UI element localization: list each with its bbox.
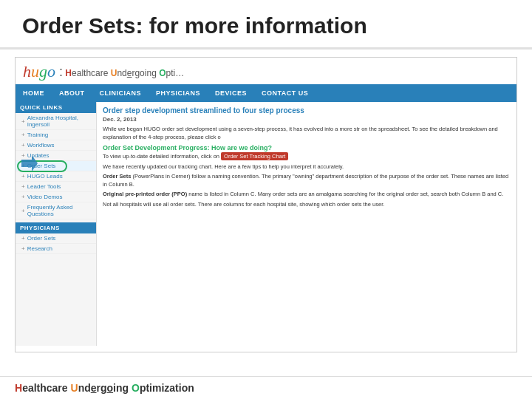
footer-opt-o: O — [132, 382, 140, 394]
sidebar-item-phys-order-sets[interactable]: + Order Sets — [16, 233, 96, 244]
plus-icon: + — [21, 194, 25, 200]
browser-area: hugo : Healthcare Undergoing Opti… HOME … — [15, 57, 517, 352]
slide: Order Sets: for more information hugo : … — [0, 0, 532, 399]
logo-g: g — [39, 62, 47, 81]
nav-devices[interactable]: DEVICES — [208, 87, 254, 99]
plus-icon: + — [21, 183, 25, 190]
content-area: QUICK LINKS + Alexandra Hospital, Ingers… — [16, 102, 516, 346]
plus-icon: + — [21, 173, 25, 180]
quick-links-header: QUICK LINKS — [16, 102, 96, 113]
article-date: Dec. 2, 2013 — [103, 116, 511, 123]
plus-icon: + — [21, 132, 25, 138]
updated-text: We have recently updated our tracking ch… — [103, 163, 511, 171]
title-bar: Order Sets: for more information — [0, 0, 532, 50]
sidebar-label-leader-tools: Leader Tools — [27, 183, 61, 190]
ppo-text: name is listed in Column C. Many order s… — [188, 191, 503, 197]
section-title: Order Set Development Progress: How are … — [103, 144, 511, 151]
sidebar: QUICK LINKS + Alexandra Hospital, Ingers… — [16, 102, 97, 346]
footer-h: H — [15, 382, 22, 394]
logo-o: o — [47, 62, 55, 81]
plus-icon: + — [21, 245, 25, 252]
sidebar-label-video-demos: Video Demos — [27, 194, 63, 200]
plus-icon: + — [21, 208, 25, 214]
order-sets-bold: Order Sets — [103, 173, 131, 180]
sidebar-item-faq[interactable]: + Frequently Asked Questions — [16, 202, 96, 219]
bottom-footer: Healthcare Undergoing Optimization — [0, 376, 532, 399]
arrow-icon — [21, 155, 38, 171]
sidebar-item-alexandra[interactable]: + Alexandra Hospital, Ingersoll — [16, 113, 96, 130]
tracking-link-text: To view up-to-date detailed information,… — [103, 153, 511, 161]
nav-clinicians[interactable]: CLINICIANS — [92, 87, 149, 99]
article-title: Order step development streamlined to fo… — [103, 106, 511, 115]
hugo-logo: hugo — [23, 62, 55, 81]
tracking-prefix: To view up-to-date detailed information,… — [103, 153, 221, 160]
order-sets-info: Order Sets (PowerPlans in Cerner) follow… — [103, 173, 511, 188]
sidebar-item-hugo-leads[interactable]: + HUGO Leads — [16, 171, 96, 182]
sidebar-label-hugo-leads: HUGO Leads — [27, 173, 63, 180]
sidebar-label-research: Research — [27, 245, 52, 252]
sidebar-label-faq: Frequently Asked Questions — [27, 204, 93, 217]
article-body: While we began HUGO order set developmen… — [103, 126, 511, 141]
sidebar-label-phys-order-sets: Order Sets — [27, 235, 56, 242]
sidebar-label-workflows: Workflows — [27, 142, 55, 149]
nav-home[interactable]: HOME — [16, 87, 52, 99]
page-title: Order Sets: for more information — [22, 13, 367, 38]
sidebar-item-training[interactable]: + Training — [16, 130, 96, 140]
footer-text: Healthcare Undergoing Optimization — [15, 382, 194, 394]
footer-u: U — [71, 382, 78, 394]
footer-o: o — [107, 382, 114, 394]
logo-u: u — [31, 62, 39, 81]
tracking-link-button[interactable]: Order Set Tracking Chart — [221, 152, 288, 160]
ppo-bold: Original pre-printed order (PPO) — [103, 191, 187, 197]
order-sets-text: (PowerPlans in Cerner) follow a naming c… — [103, 173, 508, 188]
sidebar-item-video-demos[interactable]: + Video Demos — [16, 192, 96, 202]
nav-bar: HOME ABOUT CLINICIANS PHYSICIANS DEVICES… — [16, 84, 516, 102]
nav-contact[interactable]: CONTACT US — [254, 87, 316, 99]
sidebar-item-workflows[interactable]: + Workflows — [16, 140, 96, 151]
nav-physicians[interactable]: PHYSICIANS — [149, 87, 208, 99]
sidebar-item-leader-tools[interactable]: + Leader Tools — [16, 182, 96, 192]
plus-icon: + — [21, 118, 25, 125]
plus-icon: + — [21, 142, 25, 149]
hugo-header: hugo : Healthcare Undergoing Opti… — [16, 58, 516, 84]
plus-icon: + — [21, 235, 25, 242]
main-content: Order step development streamlined to fo… — [97, 102, 516, 346]
hugo-tagline: : Healthcare Undergoing Opti… — [59, 64, 184, 80]
sidebar-label-alexandra: Alexandra Hospital, Ingersoll — [27, 115, 93, 128]
svg-marker-0 — [21, 155, 38, 171]
footer-e: e — [91, 382, 97, 394]
sidebar-label-training: Training — [27, 132, 49, 138]
nav-about[interactable]: ABOUT — [52, 87, 92, 99]
logo-h: h — [23, 62, 31, 81]
physicians-header: PHYSICIANS — [16, 222, 96, 233]
hospitals-text: Not all hospitals will use all order set… — [103, 201, 511, 209]
sidebar-item-research[interactable]: + Research — [16, 244, 96, 254]
ppo-info: Original pre-printed order (PPO) name is… — [103, 191, 511, 199]
